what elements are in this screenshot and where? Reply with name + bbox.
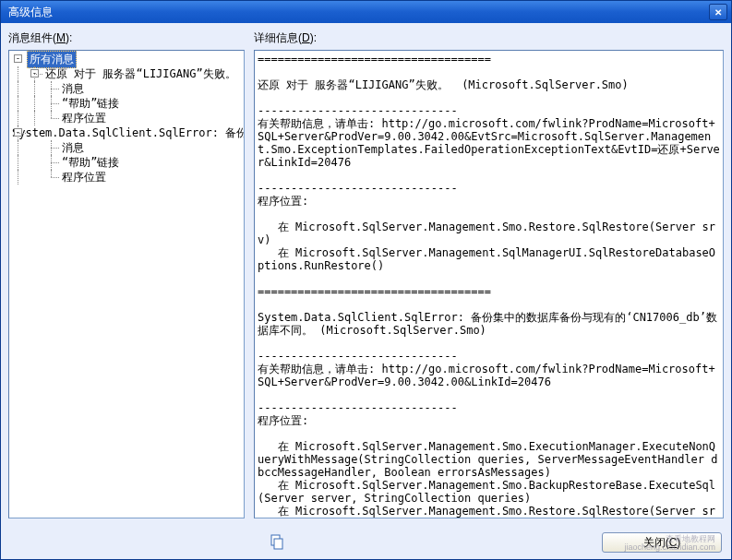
tree-node-label[interactable]: 还原 对于 服务器“LIJIGANG”失败。 [43, 66, 238, 82]
dialog-window: 高级信息 ✕ 消息组件(M): -所有消息-还原 对于 服务器“LIJIGANG… [0, 0, 732, 560]
tree-row[interactable]: 消息 [10, 81, 243, 96]
tree-row[interactable]: 程序位置 [10, 170, 243, 185]
close-button[interactable]: 关闭(C) 查看地教程网 jiaocheng.chazidian.com [602, 532, 722, 553]
tree-node-label[interactable]: 程序位置 [60, 170, 108, 185]
window-title: 高级信息 [8, 5, 709, 20]
tree-row[interactable]: 程序位置 [10, 111, 243, 125]
dialog-body: 消息组件(M): -所有消息-还原 对于 服务器“LIJIGANG”失败。消息“… [1, 23, 731, 526]
tree-node-label[interactable]: 程序位置 [60, 111, 108, 126]
dialog-footer: 关闭(C) 查看地教程网 jiaocheng.chazidian.com [1, 526, 731, 559]
collapse-icon[interactable]: - [14, 54, 22, 63]
collapse-icon[interactable]: - [30, 69, 39, 77]
details-textbox[interactable]: =================================== 还原 对… [254, 50, 724, 518]
message-tree[interactable]: -所有消息-还原 对于 服务器“LIJIGANG”失败。消息“帮助”链接程序位置… [8, 50, 245, 518]
titlebar: 高级信息 ✕ [1, 1, 731, 23]
left-pane: 消息组件(M): -所有消息-还原 对于 服务器“LIJIGANG”失败。消息“… [8, 30, 245, 518]
tree-row[interactable]: -还原 对于 服务器“LIJIGANG”失败。 [10, 66, 243, 81]
tree-row[interactable]: “帮助”链接 [10, 96, 243, 111]
tree-node-label[interactable]: “帮助”链接 [60, 155, 121, 171]
svg-rect-1 [274, 539, 282, 549]
tree-node-label[interactable]: System.Data.SqlClient.SqlError: 备份集中的数据库… [10, 125, 245, 141]
tree-node-label[interactable]: 消息 [60, 81, 86, 97]
tree-node-label[interactable]: “帮助”链接 [60, 96, 121, 112]
tree-row[interactable]: -System.Data.SqlClient.SqlError: 备份集中的数据… [10, 125, 243, 140]
tree-row[interactable]: “帮助”链接 [10, 155, 243, 170]
close-icon[interactable]: ✕ [709, 4, 727, 20]
message-components-label: 消息组件(M): [8, 30, 245, 46]
details-label: 详细信息(D): [254, 30, 724, 46]
tree-node-label[interactable]: 消息 [60, 140, 86, 156]
tree-row[interactable]: 消息 [10, 140, 243, 155]
tree-row[interactable]: -所有消息 [10, 52, 243, 66]
right-pane: 详细信息(D): ===============================… [254, 30, 724, 518]
collapse-icon[interactable]: - [14, 128, 22, 137]
copy-icon[interactable] [269, 534, 285, 551]
